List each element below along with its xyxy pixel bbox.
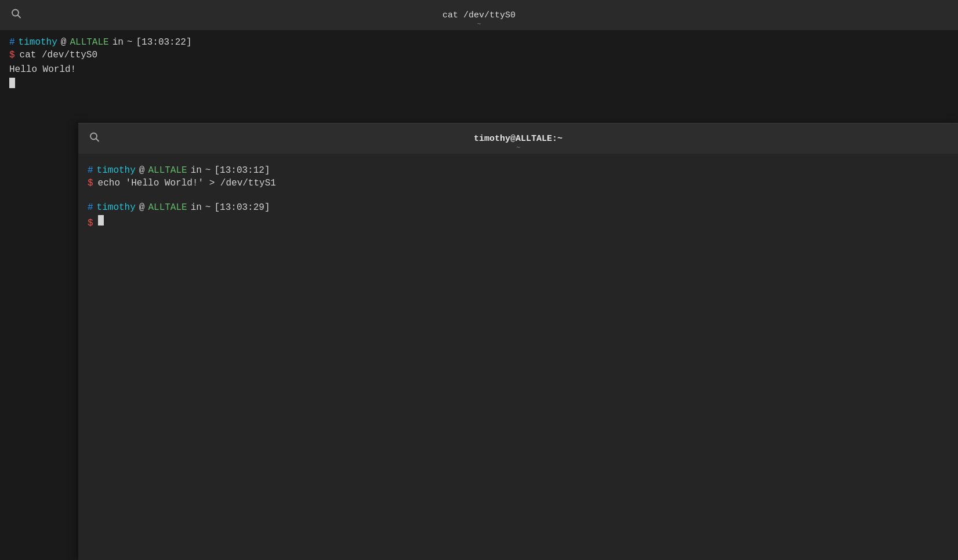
overlay-terminal[interactable]: timothy@ALLTALE:~ ~ # timothy @ ALLTALE … xyxy=(78,123,958,560)
gap-1 xyxy=(88,191,949,202)
cursor xyxy=(9,78,15,88)
overlay-prompt-tilde-1: ~ xyxy=(205,165,211,176)
overlay-prompt-username-2: timothy xyxy=(97,202,136,213)
svg-line-1 xyxy=(18,15,21,18)
prompt-hostname: ALLTALE xyxy=(70,37,108,48)
overlay-prompt-hash-2: # xyxy=(88,202,93,213)
overlay-prompt-in-1: in xyxy=(191,165,202,176)
overlay-prompt-tilde-2: ~ xyxy=(205,202,211,213)
dollar-sign: $ xyxy=(9,50,15,60)
svg-line-3 xyxy=(96,139,99,141)
overlay-command-line-1: $ echo 'Hello World!' > /dev/ttyS1 xyxy=(88,178,949,188)
prompt-in: in xyxy=(113,37,124,48)
top-terminal-subtitle: ~ xyxy=(477,21,481,28)
overlay-command-line-2: $ xyxy=(88,215,949,228)
top-terminal-title: cat /dev/ttyS0 xyxy=(442,10,516,20)
top-terminal-content: # timothy @ ALLTALE in ~ [13:03:22] $ ca… xyxy=(0,30,958,96)
overlay-prompt-timestamp-1: [13:03:12] xyxy=(214,165,270,176)
top-command-line-1: $ cat /dev/ttyS0 xyxy=(9,50,949,60)
prompt-tilde: ~ xyxy=(127,37,133,48)
top-output-line-1: Hello World! xyxy=(9,63,949,77)
overlay-terminal-title: timothy@ALLTALE:~ xyxy=(474,134,563,144)
overlay-prompt-timestamp-2: [13:03:29] xyxy=(214,202,270,213)
overlay-dollar-1: $ xyxy=(88,178,93,188)
search-icon[interactable] xyxy=(10,8,22,23)
overlay-terminal-titlebar: timothy@ALLTALE:~ ~ xyxy=(78,123,958,154)
overlay-prompt-line-1: # timothy @ ALLTALE in ~ [13:03:12] xyxy=(88,165,949,176)
top-prompt-line-1: # timothy @ ALLTALE in ~ [13:03:22] xyxy=(9,37,949,48)
overlay-prompt-hostname-2: ALLTALE xyxy=(148,202,187,213)
overlay-terminal-content: # timothy @ ALLTALE in ~ [13:03:12] $ ec… xyxy=(78,154,958,242)
overlay-terminal-subtitle: ~ xyxy=(516,144,520,151)
prompt-hash: # xyxy=(9,37,15,48)
overlay-prompt-in-2: in xyxy=(191,202,202,213)
overlay-prompt-username-1: timothy xyxy=(97,165,136,176)
prompt-timestamp: [13:03:22] xyxy=(136,37,191,48)
overlay-prompt-hash-1: # xyxy=(88,165,93,176)
overlay-cursor xyxy=(98,215,104,226)
overlay-command-text-1: echo 'Hello World!' > /dev/ttyS1 xyxy=(98,178,276,188)
prompt-username: timothy xyxy=(19,37,57,48)
top-terminal-titlebar: cat /dev/ttyS0 ~ xyxy=(0,0,958,30)
overlay-dollar-2: $ xyxy=(88,218,93,228)
overlay-prompt-hostname-1: ALLTALE xyxy=(148,165,187,176)
overlay-search-icon[interactable] xyxy=(89,132,100,146)
overlay-prompt-line-2: # timothy @ ALLTALE in ~ [13:03:29] xyxy=(88,202,949,213)
overlay-prompt-at-2: @ xyxy=(139,202,145,213)
overlay-prompt-at-1: @ xyxy=(139,165,145,176)
command-text: cat /dev/ttyS0 xyxy=(20,50,97,60)
top-cursor-line xyxy=(9,78,949,88)
prompt-at: @ xyxy=(61,37,67,48)
